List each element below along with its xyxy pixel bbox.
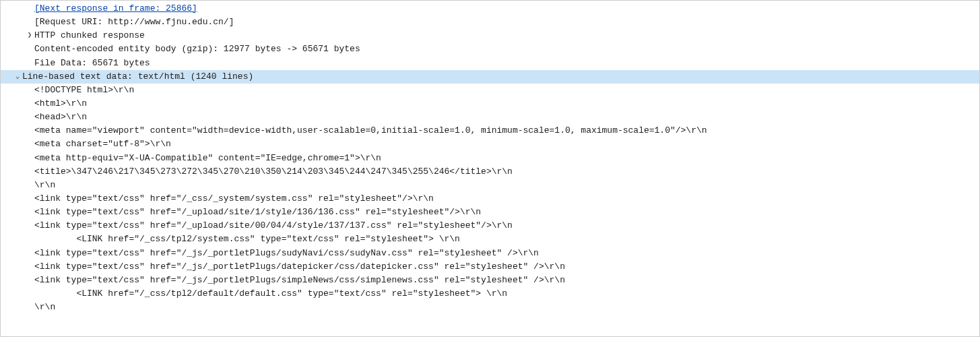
source-line: <meta charset="utf-8">\r\n: [34, 137, 979, 151]
tree-row[interactable]: <title>\347\246\217\345\273\272\345\270\…: [1, 165, 979, 179]
content-encoded-text: Content-encoded entity body (gzip): 1297…: [34, 42, 979, 56]
tree-row[interactable]: <link type="text/css" href="/_js/_portle…: [1, 274, 979, 287]
source-line: <link type="text/css" href="/_upload/sit…: [34, 219, 979, 233]
source-line: <LINK href="/_css/tpl2/system.css" type=…: [34, 233, 979, 246]
packet-details-tree: [Next response in frame: 25866] [Request…: [1, 1, 979, 315]
tree-row[interactable]: <head>\r\n: [1, 111, 979, 124]
source-line: <link type="text/css" href="/_js/_portle…: [34, 247, 979, 260]
http-chunked-label: HTTP chunked response: [34, 29, 979, 42]
tree-row[interactable]: <link type="text/css" href="/_upload/sit…: [1, 219, 979, 233]
tree-row[interactable]: <link type="text/css" href="/_js/_portle…: [1, 260, 979, 274]
tree-row[interactable]: <LINK href="/_css/tpl2/default/default.c…: [1, 287, 979, 301]
tree-row-expandable[interactable]: ❯ HTTP chunked response: [1, 29, 979, 42]
tree-row[interactable]: <meta http-equiv="X-UA-Compatible" conte…: [1, 152, 979, 165]
section-header-text: Line-based text data: text/html (1240 li…: [22, 70, 979, 84]
source-line: <link type="text/css" href="/_js/_portle…: [34, 274, 979, 287]
source-line: \r\n: [34, 301, 979, 314]
tree-row[interactable]: \r\n: [1, 179, 979, 192]
tree-row[interactable]: <meta name="viewport" content="width=dev…: [1, 124, 979, 137]
source-line: <!DOCTYPE html>\r\n: [34, 84, 979, 97]
file-data-text: File Data: 65671 bytes: [34, 57, 979, 70]
tree-row[interactable]: <!DOCTYPE html>\r\n: [1, 84, 979, 97]
chevron-down-icon[interactable]: ⌄: [13, 70, 22, 84]
tree-row[interactable]: <LINK href="/_css/tpl2/system.css" type=…: [1, 233, 979, 246]
request-uri-text: [Request URI: http://www.fjnu.edu.cn/]: [34, 16, 979, 29]
source-line: <title>\347\246\217\345\273\272\345\270\…: [34, 165, 979, 179]
tree-row[interactable]: Content-encoded entity body (gzip): 1297…: [1, 42, 979, 56]
tree-row[interactable]: <link type="text/css" href="/_upload/sit…: [1, 206, 979, 219]
tree-row-link[interactable]: [Next response in frame: 25866]: [1, 2, 979, 16]
tree-row[interactable]: <html>\r\n: [1, 97, 979, 111]
source-line: <link type="text/css" href="/_js/_portle…: [34, 260, 979, 274]
body-lines-container: <!DOCTYPE html>\r\n<html>\r\n<head>\r\n<…: [1, 84, 979, 314]
tree-row-selected[interactable]: ⌄ Line-based text data: text/html (1240 …: [1, 70, 979, 84]
source-line: <head>\r\n: [34, 111, 979, 124]
source-line: <link type="text/css" href="/_css/_syste…: [34, 192, 979, 206]
tree-row[interactable]: [Request URI: http://www.fjnu.edu.cn/]: [1, 16, 979, 29]
tree-row[interactable]: File Data: 65671 bytes: [1, 57, 979, 70]
source-line: <LINK href="/_css/tpl2/default/default.c…: [34, 287, 979, 301]
chevron-right-icon[interactable]: ❯: [25, 29, 34, 42]
source-line: <html>\r\n: [34, 97, 979, 111]
source-line: <meta http-equiv="X-UA-Compatible" conte…: [34, 152, 979, 165]
tree-row[interactable]: \r\n: [1, 301, 979, 314]
source-line: <meta name="viewport" content="width=dev…: [34, 124, 979, 137]
tree-row[interactable]: <link type="text/css" href="/_css/_syste…: [1, 192, 979, 206]
source-line: <link type="text/css" href="/_upload/sit…: [34, 206, 979, 219]
tree-row[interactable]: <meta charset="utf-8">\r\n: [1, 137, 979, 151]
source-line: \r\n: [34, 179, 979, 192]
tree-row[interactable]: <link type="text/css" href="/_js/_portle…: [1, 247, 979, 260]
next-response-link[interactable]: [Next response in frame: 25866]: [34, 2, 979, 16]
